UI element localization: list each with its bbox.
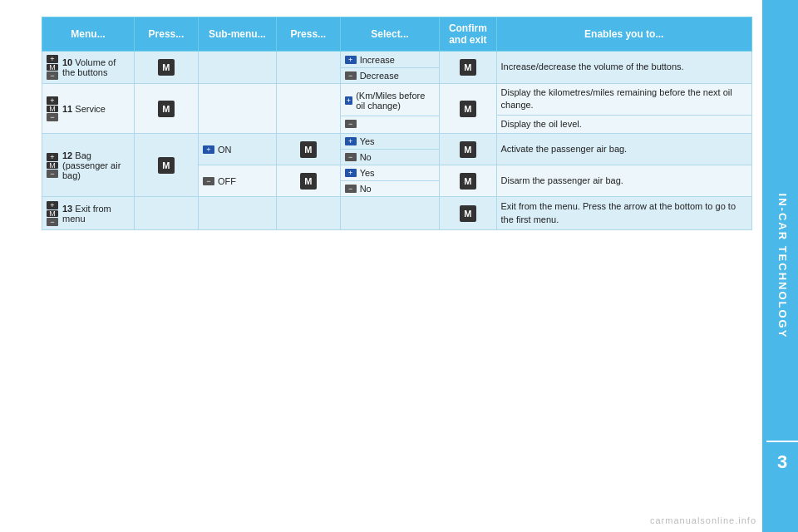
confirm-cell-10: M (440, 52, 496, 84)
m-button-confirm: M (460, 101, 476, 117)
m-button: M (300, 141, 317, 158)
select-yes-off: + Yes (341, 165, 440, 181)
minus-icon: − (345, 153, 357, 161)
submenu-cell-13 (198, 197, 276, 230)
select-cell-10: + Increase − Decrease (340, 52, 440, 84)
table-row: + M − 13 Exit from menu M Exit from the … (42, 197, 752, 230)
plus-icon: + (345, 169, 357, 177)
select-label-kmmiles: (Km/Miles before oil change) (356, 91, 435, 111)
enables-text-12a: Activate the passenger air bag. (501, 144, 628, 154)
select-cell-13 (340, 197, 440, 230)
select-on-cell: + Yes − No (340, 134, 440, 165)
plus-icon: + (47, 201, 58, 209)
select-label-no1: No (360, 152, 372, 162)
select-no-off: − No (341, 181, 440, 196)
press1-cell-10: M (135, 52, 199, 84)
menu-cell-12: + M − 12 Bag (passenger air bag) (42, 134, 135, 197)
m-button: M (158, 101, 175, 117)
m-button-confirm: M (460, 205, 476, 222)
select-label-yes1: Yes (360, 136, 375, 146)
select-label-increase: Increase (360, 55, 395, 65)
enables-text-11b: Display the oil level. (497, 116, 751, 133)
submenu-on-cell: + ON (198, 134, 276, 165)
m-square-icon: M (47, 106, 58, 112)
header-submenu: Sub-menu... (198, 17, 276, 52)
minus-icon: − (345, 185, 357, 193)
right-accent-line (762, 0, 766, 532)
chapter-number: 3 (766, 441, 798, 482)
minus-icon: − (47, 113, 58, 121)
select-label-no2: No (360, 184, 372, 194)
press1-cell-13 (135, 197, 199, 230)
main-table-container: Menu... Press... Sub-menu... Press... Se… (42, 17, 752, 507)
menu-number-11: 11 Service (62, 104, 106, 114)
enables-text-12b: Disarm the passenger air bag. (501, 175, 623, 185)
header-press2: Press... (276, 17, 340, 52)
plus-icon: + (345, 56, 357, 64)
plus-icon: + (47, 153, 58, 161)
press2-cell-11 (276, 84, 340, 134)
m-square-icon: M (47, 210, 58, 217)
submenu-cell-11 (198, 84, 276, 134)
select-no-on: − No (341, 150, 440, 165)
select-off-cell: + Yes − No (340, 165, 440, 197)
plus-icon: + (345, 96, 353, 105)
features-table: Menu... Press... Sub-menu... Press... Se… (42, 17, 752, 230)
menu-number-12: 12 Bag (passenger air bag) (62, 150, 130, 180)
menu-pm-icon-13: + M − (47, 201, 58, 226)
m-square-icon: M (47, 162, 58, 169)
confirm-cell-13: M (440, 197, 496, 230)
enables-cell-11: Display the kilometres/miles remaining b… (496, 84, 751, 134)
enables-text-10: Increase/decrease the volume of the butt… (501, 62, 684, 71)
table-row: + M − 11 Service M + (42, 84, 752, 134)
select-label-decrease: Decrease (360, 71, 399, 81)
submenu-off-cell: − OFF (198, 165, 276, 197)
menu-number-10: 10 Volume of the buttons (62, 57, 130, 77)
menu-pm-icon-12: + M − (47, 153, 58, 178)
table-row: + M − 10 Volume of the buttons M + (42, 52, 752, 84)
plus-icon: + (203, 145, 214, 154)
select-decrease: − Decrease (341, 68, 440, 83)
table-header-row: Menu... Press... Sub-menu... Press... Se… (42, 17, 752, 52)
confirm-on-cell: M (440, 134, 496, 165)
header-select: Select... (340, 17, 440, 52)
press1-cell-12: M (135, 134, 199, 197)
submenu-off-label: OFF (218, 176, 236, 186)
press2-cell-13 (276, 197, 340, 230)
menu-cell-10: + M − 10 Volume of the buttons (42, 52, 135, 84)
select-increase: + Increase (341, 52, 440, 68)
select-minus-11: − (341, 116, 440, 131)
menu-pm-icon-11: + M − (47, 96, 58, 121)
select-yes-on: + Yes (341, 134, 440, 150)
press2-off-cell: M (276, 165, 340, 197)
plus-icon: + (47, 96, 58, 105)
plus-icon: + (47, 55, 58, 63)
enables-cell-10: Increase/decrease the volume of the butt… (496, 52, 751, 84)
enables-cell-13: Exit from the menu. Press the arrow at t… (496, 197, 751, 230)
minus-icon: − (47, 170, 58, 178)
header-press1: Press... (135, 17, 199, 52)
m-button-confirm: M (460, 59, 476, 76)
press1-cell-11: M (135, 84, 199, 134)
confirm-off-cell: M (440, 165, 496, 197)
enables-off-cell: Disarm the passenger air bag. (496, 165, 751, 197)
table-row: + M − 12 Bag (passenger air bag) M + ON (42, 134, 752, 165)
submenu-on-label: ON (218, 145, 232, 155)
header-confirm: Confirm and exit (440, 17, 496, 52)
minus-icon: − (47, 71, 58, 80)
minus-icon: − (345, 71, 357, 80)
m-button: M (158, 59, 175, 76)
menu-number-13: 13 Exit from menu (62, 204, 130, 224)
m-button-confirm: M (460, 173, 476, 190)
press2-on-cell: M (276, 134, 340, 165)
enables-on-cell: Activate the passenger air bag. (496, 134, 751, 165)
select-label-yes2: Yes (360, 168, 375, 178)
watermark: carmanualsonline.info (650, 515, 756, 525)
header-enables: Enables you to... (496, 17, 751, 52)
enables-text-13: Exit from the menu. Press the arrow at t… (501, 201, 736, 224)
plus-icon: + (345, 137, 357, 145)
menu-pm-icon-10: + M − (47, 55, 58, 80)
m-button: M (300, 173, 317, 190)
m-button-confirm: M (460, 141, 476, 158)
menu-cell-13: + M − 13 Exit from menu (42, 197, 135, 230)
